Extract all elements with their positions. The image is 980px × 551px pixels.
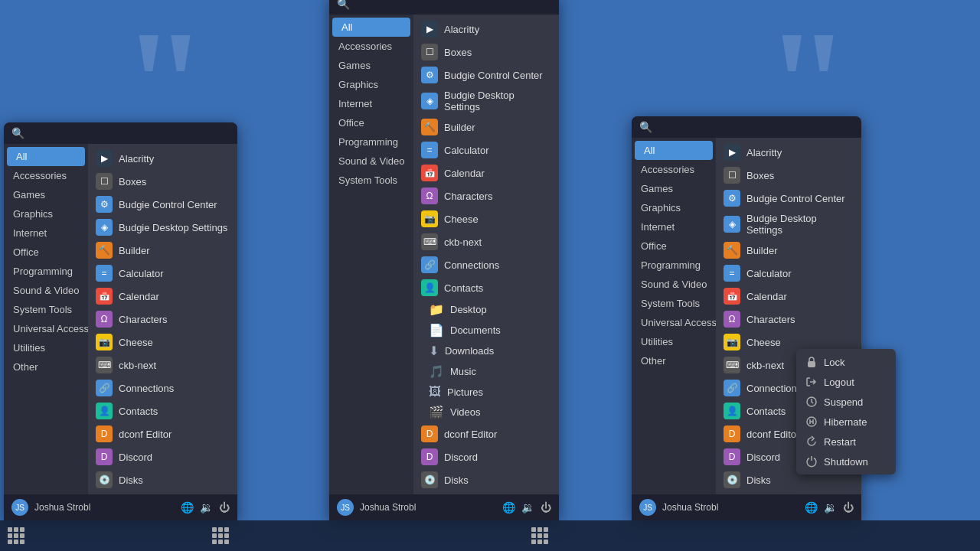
app-cheese-1[interactable]: 📷Cheese xyxy=(88,331,237,354)
power-lock[interactable]: Lock xyxy=(796,352,896,372)
cat-system-1[interactable]: System Tools xyxy=(4,300,88,319)
app-boxes-3[interactable]: ☐Boxes xyxy=(716,164,861,187)
taskbar-launcher-2[interactable] xyxy=(212,527,229,544)
cat-internet-1[interactable]: Internet xyxy=(4,223,88,243)
app-contacts-2[interactable]: 👤Contacts xyxy=(413,276,559,299)
app-disks-1[interactable]: 💿Disks xyxy=(88,468,237,491)
cat-games-1[interactable]: Games xyxy=(4,185,88,204)
subfolder-documents[interactable]: 📄Documents xyxy=(413,320,559,341)
app-connections-1[interactable]: 🔗Connections xyxy=(88,377,237,399)
power-icon-2[interactable]: ⏻ xyxy=(541,501,551,514)
cat-office-1[interactable]: Office xyxy=(4,243,88,262)
cat-all-3[interactable]: All xyxy=(635,141,713,160)
app-boxes-2[interactable]: ☐Boxes xyxy=(413,41,559,64)
cat-accessories-2[interactable]: Accessories xyxy=(329,37,413,56)
power-hibernate[interactable]: Hibernate xyxy=(796,412,896,432)
search-input-2[interactable] xyxy=(356,0,551,10)
cat-system-3[interactable]: System Tools xyxy=(632,294,716,313)
cat-universal-3[interactable]: Universal Access xyxy=(632,313,716,332)
subfolder-videos[interactable]: 🎬Videos xyxy=(413,402,559,422)
cat-sound-1[interactable]: Sound & Video xyxy=(4,281,88,300)
cat-graphics-2[interactable]: Graphics xyxy=(329,75,413,94)
app-calculator-1[interactable]: =Calculator xyxy=(88,262,237,285)
app-budgie-ds-1[interactable]: ◈Budgie Desktop Settings xyxy=(88,216,237,239)
app-alacritty-1[interactable]: ▶Alacritty xyxy=(88,147,237,170)
subfolder-music[interactable]: 🎵Music xyxy=(413,361,559,382)
cat-graphics-1[interactable]: Graphics xyxy=(4,204,88,223)
app-alacritty-3[interactable]: ▶Alacritty xyxy=(716,141,861,164)
app-discord-1[interactable]: DDiscord xyxy=(88,445,237,468)
app-budgie-ds-2[interactable]: ◈Budgie Desktop Settings xyxy=(413,86,559,116)
subfolder-pictures[interactable]: 🖼Pictures xyxy=(413,382,559,402)
app-budgie-cc-1[interactable]: ⚙Budgie Control Center xyxy=(88,193,237,216)
cat-sound-2[interactable]: Sound & Video xyxy=(329,152,413,171)
power-icon-1[interactable]: ⏻ xyxy=(219,501,230,514)
cat-system-2[interactable]: System Tools xyxy=(329,171,413,190)
power-logout[interactable]: Logout xyxy=(796,372,896,392)
cat-other-1[interactable]: Other xyxy=(4,357,88,377)
network-icon-1[interactable]: 🌐 xyxy=(181,501,194,514)
subfolder-desktop[interactable]: 📁Desktop xyxy=(413,299,559,320)
app-calculator-2[interactable]: =Calculator xyxy=(413,139,559,161)
volume-icon-2[interactable]: 🔉 xyxy=(521,501,534,514)
cat-graphics-3[interactable]: Graphics xyxy=(632,198,716,217)
cat-office-3[interactable]: Office xyxy=(632,236,716,256)
volume-icon-3[interactable]: 🔉 xyxy=(824,501,837,514)
cat-universal-1[interactable]: Universal Access xyxy=(4,319,88,338)
app-icon: 🔗 xyxy=(96,380,113,396)
network-icon-2[interactable]: 🌐 xyxy=(502,501,515,514)
app-alacritty-2[interactable]: ▶Alacritty xyxy=(413,18,559,41)
app-boxes-1[interactable]: ☐Boxes xyxy=(88,170,237,193)
cat-other-3[interactable]: Other xyxy=(632,351,716,370)
search-input-1[interactable] xyxy=(31,127,230,139)
cat-accessories-3[interactable]: Accessories xyxy=(632,160,716,179)
app-dconf-2[interactable]: Ddconf Editor xyxy=(413,422,559,445)
cat-all-2[interactable]: All xyxy=(332,18,410,37)
app-budgie-cc-2[interactable]: ⚙Budgie Control Center xyxy=(413,64,559,86)
cat-utilities-1[interactable]: Utilities xyxy=(4,338,88,357)
volume-icon-1[interactable]: 🔉 xyxy=(200,501,213,514)
app-calculator-3[interactable]: =Calculator xyxy=(716,262,861,285)
taskbar-launcher-3[interactable] xyxy=(531,527,548,544)
cat-games-3[interactable]: Games xyxy=(632,179,716,198)
app-budgie-ds-3[interactable]: ◈Budgie Desktop Settings xyxy=(716,210,861,239)
app-dconf-1[interactable]: Ddconf Editor xyxy=(88,422,237,445)
app-characters-1[interactable]: ΩCharacters xyxy=(88,308,237,331)
app-calendar-3[interactable]: 📅Calendar xyxy=(716,285,861,308)
cat-programming-3[interactable]: Programming xyxy=(632,256,716,275)
app-cheese-2[interactable]: 📷Cheese xyxy=(413,207,559,230)
app-contacts-1[interactable]: 👤Contacts xyxy=(88,399,237,422)
cat-accessories-1[interactable]: Accessories xyxy=(4,166,88,185)
app-calendar-1[interactable]: 📅Calendar xyxy=(88,285,237,308)
app-characters-3[interactable]: ΩCharacters xyxy=(716,308,861,331)
power-shutdown[interactable]: Shutdown xyxy=(796,452,896,471)
cat-utilities-3[interactable]: Utilities xyxy=(632,332,716,351)
app-budgie-cc-3[interactable]: ⚙Budgie Control Center xyxy=(716,187,861,210)
cat-programming-1[interactable]: Programming xyxy=(4,262,88,281)
cat-sound-3[interactable]: Sound & Video xyxy=(632,275,716,294)
power-restart[interactable]: Restart xyxy=(796,432,896,452)
app-icon: D xyxy=(421,448,438,465)
app-discord-2[interactable]: DDiscord xyxy=(413,445,559,468)
cat-programming-2[interactable]: Programming xyxy=(329,132,413,152)
search-input-3[interactable] xyxy=(658,121,854,133)
cat-games-2[interactable]: Games xyxy=(329,56,413,75)
taskbar-launcher-1[interactable] xyxy=(8,527,24,544)
cat-internet-2[interactable]: Internet xyxy=(329,94,413,113)
app-builder-2[interactable]: 🔨Builder xyxy=(413,116,559,139)
app-calendar-2[interactable]: 📅Calendar xyxy=(413,161,559,184)
network-icon-3[interactable]: 🌐 xyxy=(805,501,818,514)
power-suspend[interactable]: Suspend xyxy=(796,392,896,412)
app-builder-1[interactable]: 🔨Builder xyxy=(88,239,237,262)
cat-office-2[interactable]: Office xyxy=(329,113,413,132)
app-characters-2[interactable]: ΩCharacters xyxy=(413,184,559,207)
subfolder-downloads[interactable]: ⬇Downloads xyxy=(413,341,559,361)
app-ckb-1[interactable]: ⌨ckb-next xyxy=(88,354,237,377)
app-connections-2[interactable]: 🔗Connections xyxy=(413,253,559,276)
cat-all-1[interactable]: All xyxy=(7,147,85,166)
app-builder-3[interactable]: 🔨Builder xyxy=(716,239,861,262)
power-icon-3[interactable]: ⏻ xyxy=(843,501,854,514)
app-ckb-2[interactable]: ⌨ckb-next xyxy=(413,230,559,253)
cat-internet-3[interactable]: Internet xyxy=(632,217,716,236)
app-disks-2[interactable]: 💿Disks xyxy=(413,468,559,491)
